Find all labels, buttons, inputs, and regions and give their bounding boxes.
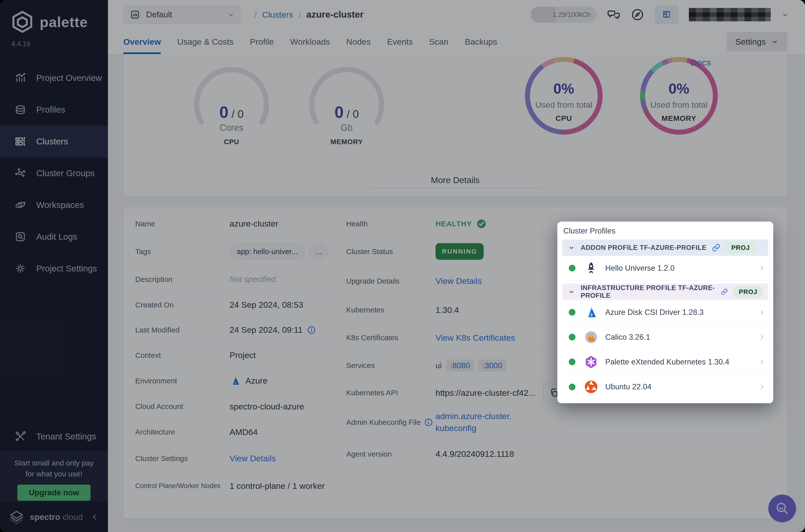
link-icon (712, 243, 721, 252)
profile-layer-row-calico[interactable]: Calico 3.26.1 (562, 325, 768, 349)
chevron-down-icon (568, 288, 575, 296)
status-dot-icon (569, 309, 575, 316)
proj-scope-badge: PROJ (733, 286, 763, 298)
infrastructure-profile-section-header[interactable]: INFRASTRUCTURE PROFILE TF-AZURE-PROFILE … (562, 284, 768, 300)
status-dot-icon (569, 384, 575, 390)
profile-layer-row-hello-universe[interactable]: Hello Universe 1.2.0 (562, 256, 768, 281)
ubuntu-icon (584, 380, 598, 394)
chevron-right-icon (758, 358, 766, 366)
cluster-profiles-popup: Cluster Profiles ADDON PROFILE TF-AZURE-… (557, 222, 773, 403)
chevron-down-icon (568, 244, 575, 251)
popup-title: Cluster Profiles (563, 227, 768, 235)
link-icon (721, 288, 728, 296)
proj-scope-badge: PROJ (726, 242, 755, 253)
azure-icon (584, 305, 598, 320)
rocket-icon (584, 261, 598, 276)
addon-profile-section-header[interactable]: ADDON PROFILE TF-AZURE-PROFILE PROJ (562, 240, 768, 256)
app-window: palette 4.4.19 Project Overview Profiles (0, 0, 805, 532)
status-dot-icon (569, 359, 575, 365)
chevron-right-icon (758, 309, 766, 316)
profile-layer-row-ubuntu[interactable]: Ubuntu 22.04 (562, 375, 768, 399)
profile-layer-row-palette-k8s[interactable]: Palette eXtended Kubernetes 1.30.4 (562, 349, 768, 375)
chevron-right-icon (758, 383, 766, 391)
chevron-right-icon (758, 265, 766, 272)
profile-layer-row-azure-csi[interactable]: Azure Disk CSI Driver 1.28.3 (562, 300, 768, 325)
status-dot-icon (569, 334, 575, 340)
chevron-right-icon (758, 334, 766, 341)
calico-cat-icon (584, 330, 598, 344)
palette-hexagon-icon (584, 355, 598, 369)
status-dot-icon (569, 265, 575, 271)
